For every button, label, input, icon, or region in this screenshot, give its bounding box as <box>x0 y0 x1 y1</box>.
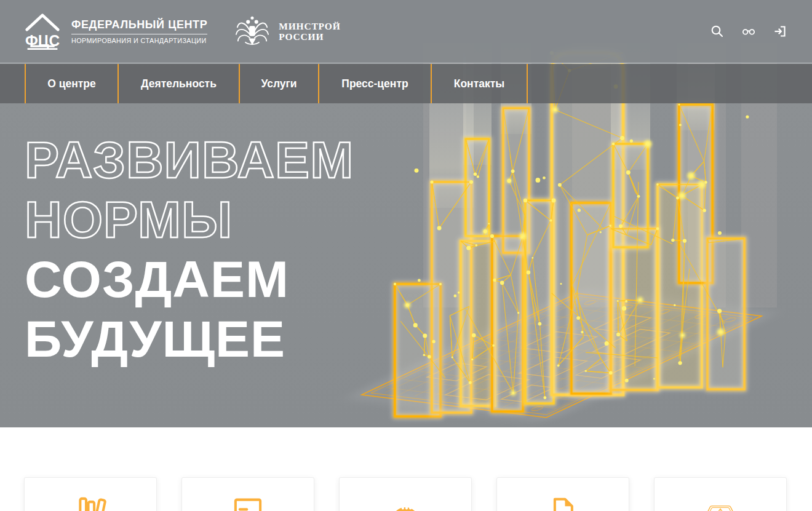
hero-line-3: СОЗДАЕМ <box>25 250 354 309</box>
nav-label: Пресс-центр <box>341 77 408 90</box>
minstroy-eagle-icon <box>234 14 270 49</box>
nav-item-uslugi[interactable]: Услуги <box>239 64 318 103</box>
services-section <box>0 427 812 511</box>
service-card-library[interactable] <box>24 477 157 511</box>
hero-line-1: РАЗВИВАЕМ <box>25 130 354 190</box>
nav-label: Контакты <box>454 77 505 90</box>
main-nav: О центре Деятельность Услуги Пресс-центр… <box>0 64 812 103</box>
login-icon[interactable] <box>773 24 787 39</box>
accessibility-glasses-icon[interactable] <box>741 24 756 39</box>
document-icon <box>546 494 580 511</box>
nav-item-deyatelnost[interactable]: Деятельность <box>117 64 239 103</box>
logo-divider <box>71 34 207 34</box>
header-actions <box>710 24 787 39</box>
ministry-line2: РОССИИ <box>279 31 340 42</box>
hero-slogan: РАЗВИВАЕМ НОРМЫ СОЗДАЕМ БУДУЩЕЕ <box>25 130 354 369</box>
nav-label: О центре <box>47 77 96 90</box>
nav-item-kontakty[interactable]: Контакты <box>431 64 528 103</box>
org-subtitle: НОРМИРОВАНИЯ И СТАНДАРТИЗАЦИИ <box>71 37 207 44</box>
search-icon[interactable] <box>710 24 725 39</box>
fcs-building-icon: ФЦС <box>25 13 60 50</box>
service-card-construction[interactable] <box>339 477 472 511</box>
nav-label: Деятельность <box>141 77 217 90</box>
hero-line-4: БУДУЩЕЕ <box>25 309 354 369</box>
service-card-quality-sign[interactable] <box>654 477 787 511</box>
hero-section: ФЦС ФЕДЕРАЛЬНЫЙ ЦЕНТР НОРМИРОВАНИЯ И СТА… <box>0 0 812 427</box>
minstroy-logo[interactable]: МИНСТРОЙ РОССИИ <box>234 14 340 49</box>
ministry-name: МИНСТРОЙ РОССИИ <box>279 21 340 42</box>
hexagon-pen-icon <box>703 494 738 511</box>
nav-item-o-tsentre[interactable]: О центре <box>25 64 117 103</box>
hardhat-icon <box>388 494 423 511</box>
service-card-expertise[interactable] <box>181 477 314 511</box>
fcs-logo[interactable]: ФЦС ФЕДЕРАЛЬНЫЙ ЦЕНТР НОРМИРОВАНИЯ И СТА… <box>25 13 207 50</box>
document-search-icon <box>231 494 265 511</box>
ministry-line1: МИНСТРОЙ <box>279 21 340 31</box>
site-header: ФЦС ФЕДЕРАЛЬНЫЙ ЦЕНТР НОРМИРОВАНИЯ И СТА… <box>0 0 812 63</box>
service-card-documents[interactable] <box>496 477 629 511</box>
fcs-logo-text: ФЕДЕРАЛЬНЫЙ ЦЕНТР НОРМИРОВАНИЯ И СТАНДАР… <box>71 18 207 44</box>
books-icon <box>73 494 108 511</box>
org-title: ФЕДЕРАЛЬНЫЙ ЦЕНТР <box>71 18 207 31</box>
service-cards <box>24 477 812 511</box>
nav-item-press-tsentr[interactable]: Пресс-центр <box>318 64 431 103</box>
nav-label: Услуги <box>261 77 297 90</box>
hero-line-2: НОРМЫ <box>25 190 354 250</box>
